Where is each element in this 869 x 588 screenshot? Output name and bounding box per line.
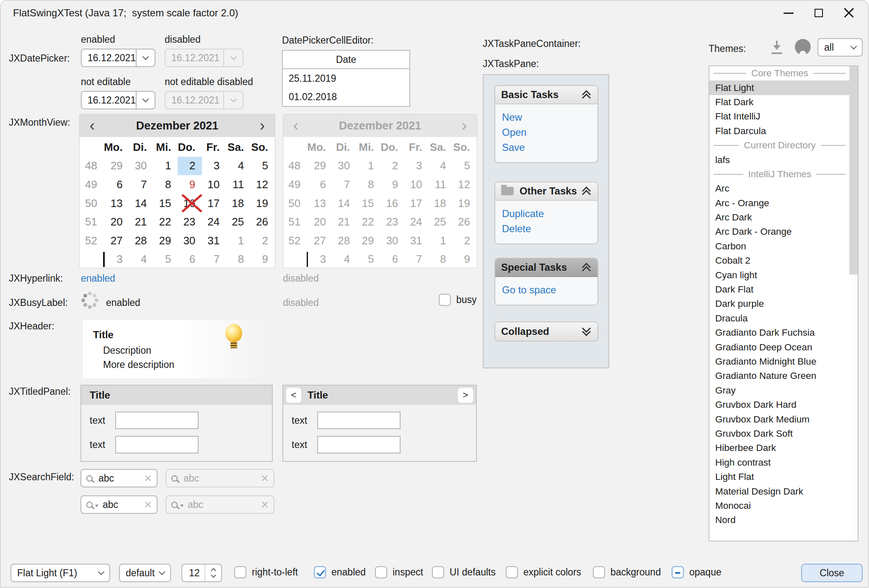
calendar-cell[interactable]: 1 [154, 157, 178, 176]
datepicker-dropdown-button[interactable] [223, 49, 243, 66]
titledpanel-next-button[interactable]: > [458, 387, 473, 403]
next-month-button[interactable]: › [250, 115, 275, 136]
theme-item[interactable]: Cyan light [709, 268, 850, 282]
calendar-cell[interactable]: 7 [202, 250, 226, 269]
text-input[interactable] [317, 412, 401, 429]
theme-item[interactable]: Dracula [709, 311, 850, 326]
theme-item[interactable]: Material Design Dark [709, 484, 850, 498]
taskpane-header[interactable]: Basic Tasks [495, 86, 597, 104]
bottom-checkbox[interactable]: opaque [672, 566, 722, 578]
bottom-checkbox[interactable]: explicit colors [506, 566, 581, 578]
theme-item[interactable]: Gradianto Deep Ocean [709, 340, 850, 354]
theme-item[interactable]: Arc Dark - Orange [709, 225, 850, 239]
calendar-cell[interactable]: 12 [251, 175, 275, 194]
busy-checkbox[interactable]: busy [439, 294, 477, 306]
github-icon[interactable] [795, 39, 811, 55]
clear-icon[interactable] [261, 474, 269, 482]
taskpane-header[interactable]: Special Tasks [495, 259, 597, 277]
laf-select[interactable]: Flat Light (F1) [10, 564, 110, 582]
theme-item[interactable]: Flat Dark [709, 95, 850, 109]
calendar-cell[interactable]: 23 [178, 212, 202, 231]
calendar-cell[interactable]: 8 [226, 250, 251, 269]
calendar-cell[interactable]: 19 [251, 194, 275, 213]
taskpane-header[interactable]: Collapsed [495, 322, 597, 341]
bottom-checkbox[interactable]: right-to-left [234, 566, 298, 578]
celleditor-row[interactable]: 25.11.2019 [283, 69, 409, 88]
theme-item[interactable]: Gradianto Midnight Blue [709, 355, 850, 369]
celleditor-row[interactable]: 01.02.2018 [283, 88, 409, 106]
theme-item[interactable]: Gray [709, 383, 850, 398]
calendar-cell[interactable]: 2 [178, 157, 202, 176]
calendar-cell[interactable]: 16 [178, 194, 202, 213]
task-link[interactable]: Go to space [502, 282, 597, 298]
search-field[interactable]: abc [80, 469, 158, 487]
spinner-buttons[interactable] [204, 565, 221, 581]
calendar-cell[interactable]: 25 [226, 212, 251, 231]
calendar-cell[interactable]: 24 [202, 212, 226, 231]
font-select[interactable]: default [119, 564, 171, 582]
calendar-cell[interactable]: 30 [178, 231, 202, 250]
calendar-cell[interactable]: 29 [154, 231, 178, 250]
calendar-cell[interactable]: 9 [251, 250, 275, 269]
calendar-cell[interactable]: 7 [129, 175, 154, 194]
theme-item[interactable]: Arc - Orange [709, 196, 850, 210]
calendar-cell[interactable]: 4 [129, 250, 154, 269]
calendar-cell[interactable]: 20 [104, 212, 129, 231]
minimize-button[interactable] [773, 0, 804, 26]
calendar-cell[interactable]: 3 [104, 250, 129, 269]
titledpanel-prev-button[interactable]: < [286, 387, 302, 403]
calendar-cell[interactable]: 1 [226, 231, 251, 250]
datepicker-dropdown-button[interactable] [136, 92, 155, 109]
themes-filter-select[interactable]: all [817, 38, 863, 57]
theme-item[interactable]: Flat Darcula [709, 124, 850, 138]
search-field[interactable]: abc [166, 469, 274, 487]
datepicker-input[interactable]: 16.12.2021 [81, 91, 155, 109]
theme-item[interactable]: High contrast [709, 456, 850, 470]
datepicker-input[interactable]: 16.12.2021 [81, 49, 155, 67]
calendar-cell[interactable]: 5 [154, 250, 178, 269]
search-field[interactable]: abc [166, 495, 274, 514]
maximize-button[interactable] [804, 0, 834, 26]
close-window-button[interactable] [834, 0, 864, 26]
datepicker-input[interactable]: 16.12.2021 [165, 91, 243, 109]
calendar-cell[interactable]: 2 [251, 231, 275, 250]
calendar-cell[interactable]: 31 [202, 231, 226, 250]
themes-scrollbar[interactable] [849, 66, 858, 541]
bottom-checkbox[interactable]: inspect [375, 566, 423, 578]
datepicker-dropdown-button[interactable] [223, 92, 243, 109]
calendar-cell[interactable]: 3 [202, 157, 226, 176]
theme-item[interactable]: Dark Flat [709, 282, 850, 297]
calendar-cell[interactable]: 26 [251, 212, 275, 231]
text-input[interactable] [317, 436, 401, 453]
theme-item[interactable]: lafs [709, 153, 850, 167]
calendar-cell[interactable]: 30 [129, 157, 154, 176]
font-size-spinner[interactable]: 12 [181, 564, 222, 582]
text-input[interactable] [115, 436, 199, 453]
calendar-cell[interactable]: 4 [226, 157, 251, 176]
theme-item[interactable]: Flat IntelliJ [709, 109, 850, 124]
calendar-cell[interactable]: 9 [178, 175, 202, 194]
theme-item[interactable]: Flat Light [709, 80, 850, 95]
calendar-cell[interactable]: 28 [129, 231, 154, 250]
close-button[interactable]: Close [801, 564, 863, 582]
text-input[interactable] [115, 412, 199, 429]
calendar-cell[interactable]: 15 [154, 194, 178, 213]
theme-item[interactable]: Carbon [709, 239, 850, 254]
task-link[interactable]: Save [502, 140, 597, 155]
prev-month-button[interactable]: ‹ [80, 115, 105, 136]
task-link[interactable]: New [502, 110, 597, 125]
calendar-cell[interactable]: 17 [202, 194, 226, 213]
theme-item[interactable]: Gruvbox Dark Hard [709, 398, 850, 412]
taskpane-header[interactable]: Other Tasks [495, 182, 597, 201]
theme-item[interactable]: Nord [709, 513, 850, 527]
theme-item[interactable]: Cobalt 2 [709, 254, 850, 268]
theme-item[interactable]: Gradianto Dark Fuchsia [709, 326, 850, 340]
search-field[interactable]: abc [80, 495, 158, 514]
calendar-cell[interactable]: 11 [226, 175, 251, 194]
theme-item[interactable]: Dark purple [709, 297, 850, 311]
calendar-cell[interactable]: 21 [129, 212, 154, 231]
datepicker-input[interactable]: 16.12.2021 [165, 49, 243, 67]
datepicker-dropdown-button[interactable] [136, 49, 155, 66]
hyperlink-enabled[interactable]: enabled [81, 273, 115, 284]
calendar-cell[interactable]: 14 [129, 194, 154, 213]
